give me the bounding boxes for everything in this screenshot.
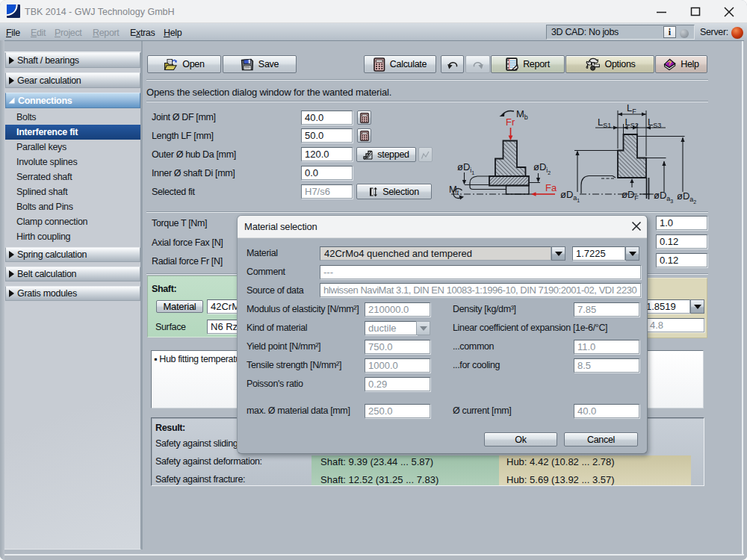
svg-text:øDi2: øDi2 [533, 161, 551, 175]
svg-text:øDa1: øDa1 [560, 189, 580, 203]
svg-text:øDi1: øDi1 [457, 161, 474, 175]
svg-text:?: ? [668, 59, 672, 66]
svg-text:Fr: Fr [506, 116, 515, 128]
svg-text:Fa: Fa [545, 182, 557, 193]
svg-text:LS2: LS2 [625, 116, 639, 129]
svg-text:LS1: LS1 [598, 116, 611, 129]
svg-text:LF: LF [627, 102, 636, 115]
svg-text:øDa2: øDa2 [677, 190, 696, 205]
svg-text:Mb: Mb [516, 108, 528, 121]
svg-text:øDF: øDF [622, 189, 639, 202]
svg-text:øDa3: øDa3 [654, 190, 673, 204]
svg-text:LS3: LS3 [648, 116, 661, 129]
